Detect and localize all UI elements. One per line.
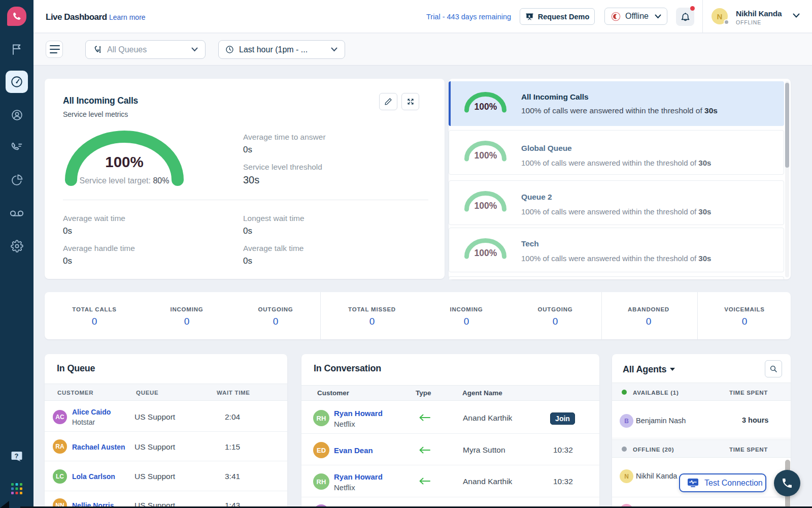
svg-text:?: ? (15, 452, 19, 460)
